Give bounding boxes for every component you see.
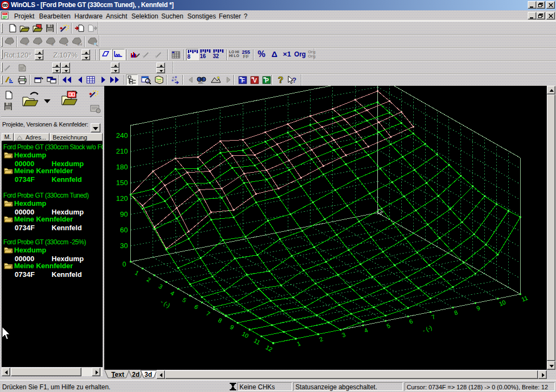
svg-text:6: 6 [408, 318, 414, 325]
svg-text:#: # [52, 42, 54, 46]
svg-text:2: 2 [318, 336, 324, 343]
svg-text:3d: 3d [144, 371, 152, 378]
svg-text:8: 8 [187, 54, 191, 60]
svg-text:180: 180 [116, 163, 128, 171]
svg-text:6: 6 [193, 303, 199, 310]
svg-text:12: 12 [264, 344, 274, 353]
svg-text:- (-): - (-) [160, 298, 171, 308]
svg-text:8: 8 [453, 309, 458, 316]
svg-text:*: * [39, 42, 40, 46]
svg-text:101..: 101.. [198, 81, 204, 84]
svg-text:11: 11 [521, 294, 529, 302]
svg-text:1: 1 [296, 340, 301, 347]
svg-text:0: 0 [123, 261, 127, 268]
svg-text:90: 90 [120, 210, 128, 218]
svg-text:210: 210 [116, 147, 128, 155]
svg-text:?: ? [278, 75, 283, 84]
svg-text:10: 10 [498, 299, 507, 307]
svg-text:120: 120 [116, 194, 128, 203]
svg-text:16: 16 [200, 53, 206, 59]
svg-text:240: 240 [116, 131, 128, 140]
svg-text:🔍: 🔍 [93, 42, 98, 46]
svg-text:- (-): - (-) [421, 324, 433, 334]
svg-text:4: 4 [169, 289, 175, 296]
svg-text:F: F [241, 77, 245, 84]
svg-text:11: 11 [252, 337, 261, 346]
svg-text:30: 30 [120, 242, 128, 250]
svg-text:2d: 2d [132, 371, 140, 378]
svg-text:10: 10 [241, 330, 250, 339]
svg-text:?: ? [292, 76, 296, 84]
svg-text:32: 32 [213, 53, 219, 59]
svg-text:=: = [26, 42, 28, 46]
svg-text:5: 5 [181, 296, 187, 304]
svg-text:↘: ↘ [65, 42, 68, 46]
svg-text:#-#: #-# [78, 42, 82, 46]
svg-text:150: 150 [116, 179, 128, 187]
svg-text:2: 2 [146, 276, 151, 283]
svg-text:7: 7 [431, 313, 436, 320]
svg-text:9: 9 [229, 324, 235, 331]
svg-text:4: 4 [363, 327, 369, 334]
svg-text:3: 3 [157, 283, 163, 290]
svg-text:3: 3 [341, 331, 346, 338]
svg-text:1: 1 [134, 269, 140, 276]
svg-text:5: 5 [386, 322, 391, 329]
svg-text:8: 8 [217, 317, 223, 324]
svg-text:60: 60 [120, 226, 128, 234]
svg-text:V: V [253, 77, 257, 84]
svg-text:9: 9 [476, 305, 481, 312]
svg-text:P: P [265, 77, 269, 84]
svg-text:7: 7 [205, 310, 211, 317]
